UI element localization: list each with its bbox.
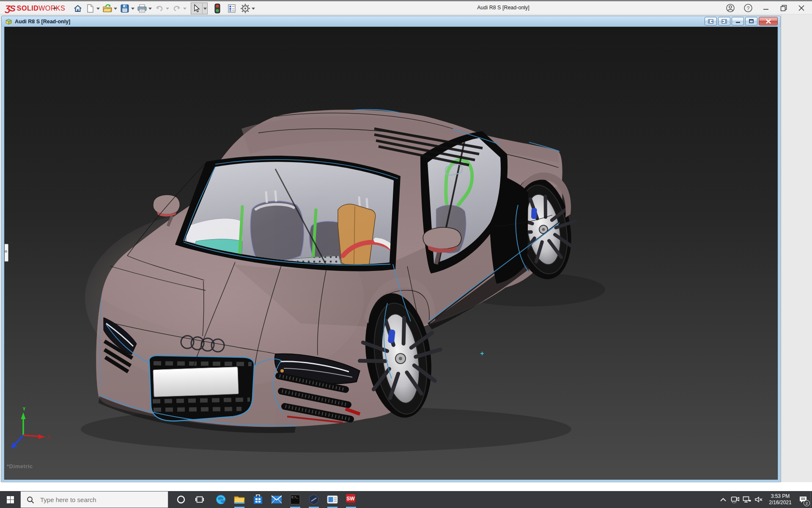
- app-titlebar: ƷS SOLIDWORKS ▸: [0, 0, 812, 14]
- tray-meet-now-button[interactable]: [729, 491, 741, 508]
- options-dropdown[interactable]: [251, 3, 256, 14]
- orientation-triad: Y X: [11, 407, 54, 454]
- rebuild-traffic-light-icon: [214, 3, 220, 14]
- taskbar-app-command-prompt[interactable]: C:\_: [286, 491, 304, 508]
- tray-network-button[interactable]: [741, 491, 753, 508]
- account-button[interactable]: [723, 3, 738, 14]
- hexagon-app-icon: [308, 494, 319, 505]
- save-dropdown[interactable]: [130, 3, 135, 14]
- doc-minimize-button[interactable]: [732, 17, 744, 25]
- car-model-canvas[interactable]: [5, 27, 778, 480]
- document-titlebar[interactable]: Audi R8 S [Read-only]: [2, 16, 780, 27]
- select-tool-dropdown[interactable]: [202, 3, 207, 14]
- redo-button[interactable]: [171, 3, 182, 14]
- cortana-button[interactable]: [172, 491, 190, 508]
- search-input[interactable]: [21, 491, 168, 508]
- chevron-up-icon: [720, 498, 726, 502]
- open-button[interactable]: [102, 3, 113, 14]
- tray-chevron-button[interactable]: [717, 491, 729, 508]
- undo-dropdown[interactable]: [165, 3, 170, 14]
- doc-close-icon: [766, 19, 771, 24]
- select-tool-button[interactable]: [191, 3, 202, 14]
- taskbar-app-edge[interactable]: [211, 491, 230, 508]
- triad-x-label: X: [47, 434, 50, 440]
- save-icon: [120, 4, 129, 13]
- task-pane-collapsed-strip[interactable]: [781, 14, 812, 482]
- task-view-icon: [195, 496, 204, 503]
- home-icon: [73, 4, 82, 13]
- solidworks-year-label: 2021: [348, 502, 356, 505]
- close-button[interactable]: [794, 3, 809, 14]
- save-button[interactable]: [119, 3, 130, 14]
- undo-icon: [155, 4, 164, 13]
- start-button[interactable]: [0, 491, 20, 508]
- car-model[interactable]: [81, 110, 605, 453]
- restore-icon: [780, 5, 787, 11]
- document-title: Audi R8 S [Read-only]: [15, 19, 70, 25]
- pane-left-button[interactable]: [705, 17, 717, 25]
- gear-icon: [240, 3, 250, 14]
- taskbar-app-store[interactable]: [249, 491, 267, 508]
- help-icon: ?: [743, 3, 753, 13]
- close-icon: [798, 5, 804, 11]
- restore-button[interactable]: [776, 3, 791, 14]
- action-center-button[interactable]: 2: [796, 491, 810, 508]
- feature-panel-collapsed-tab[interactable]: [4, 244, 8, 262]
- tray-volume-button[interactable]: [753, 491, 765, 508]
- task-view-button[interactable]: [190, 491, 209, 508]
- print-button[interactable]: [137, 3, 148, 14]
- account-icon: [726, 3, 735, 13]
- redo-dropdown[interactable]: [182, 3, 187, 14]
- taskbar: C:\_ SW 2021: [0, 491, 812, 508]
- taskbar-search[interactable]: [20, 491, 168, 508]
- model-viewport[interactable]: Y X *Dimetric: [4, 27, 778, 480]
- meet-now-icon: [731, 496, 739, 503]
- cortana-icon: [176, 495, 186, 504]
- minimize-icon: [763, 5, 769, 11]
- open-icon: [102, 4, 112, 13]
- tray-time: 3:53 PM: [765, 493, 796, 500]
- new-document-button[interactable]: [85, 3, 96, 14]
- print-dropdown[interactable]: [148, 3, 153, 14]
- main-toolbar: [71, 2, 256, 15]
- pane-right-button[interactable]: [718, 17, 730, 25]
- search-icon: [27, 496, 34, 504]
- options-button[interactable]: [240, 3, 251, 14]
- triad-y-label: Y: [22, 407, 26, 412]
- edge-icon: [215, 494, 226, 505]
- doc-minimize-icon: [736, 19, 740, 23]
- taskbar-app-hexagon[interactable]: [304, 491, 323, 508]
- pane-right-icon: [721, 19, 727, 24]
- taskbar-app-file-explorer[interactable]: [230, 491, 249, 508]
- rebuild-button[interactable]: [212, 3, 223, 14]
- part-document-icon: [5, 18, 12, 25]
- doc-close-button[interactable]: [759, 17, 778, 25]
- document-window-controls: [705, 17, 778, 25]
- front-grille: [149, 356, 254, 421]
- taskbar-app-media[interactable]: [323, 491, 342, 508]
- taskbar-app-solidworks[interactable]: SW 2021: [342, 491, 360, 508]
- doc-restore-button[interactable]: [745, 17, 757, 25]
- doc-restore-icon: [749, 19, 754, 23]
- new-document-dropdown[interactable]: [96, 3, 101, 14]
- notification-badge: 2: [804, 500, 810, 506]
- file-properties-button[interactable]: [226, 3, 237, 14]
- undo-button[interactable]: [154, 3, 165, 14]
- minimize-button[interactable]: [759, 3, 773, 14]
- media-app-icon: [327, 495, 338, 504]
- app-window-controls: ?: [723, 1, 809, 14]
- tray-clock[interactable]: 3:53 PM 2/16/2021: [765, 493, 796, 506]
- help-button[interactable]: ?: [741, 3, 755, 14]
- panel-tab-grip: [5, 250, 7, 253]
- home-button[interactable]: [72, 3, 83, 14]
- print-icon: [137, 4, 147, 13]
- new-document-icon: [86, 4, 94, 13]
- show-desktop-button[interactable]: [810, 491, 812, 508]
- document-window: Audi R8 S [Read-only]: [1, 16, 781, 482]
- open-dropdown[interactable]: [113, 3, 118, 14]
- pane-left-icon: [708, 19, 713, 24]
- file-properties-icon: [228, 4, 236, 13]
- taskbar-app-mail[interactable]: [267, 491, 286, 508]
- network-icon: [743, 496, 751, 503]
- toolbar-flyout-arrow[interactable]: ▸: [54, 5, 57, 11]
